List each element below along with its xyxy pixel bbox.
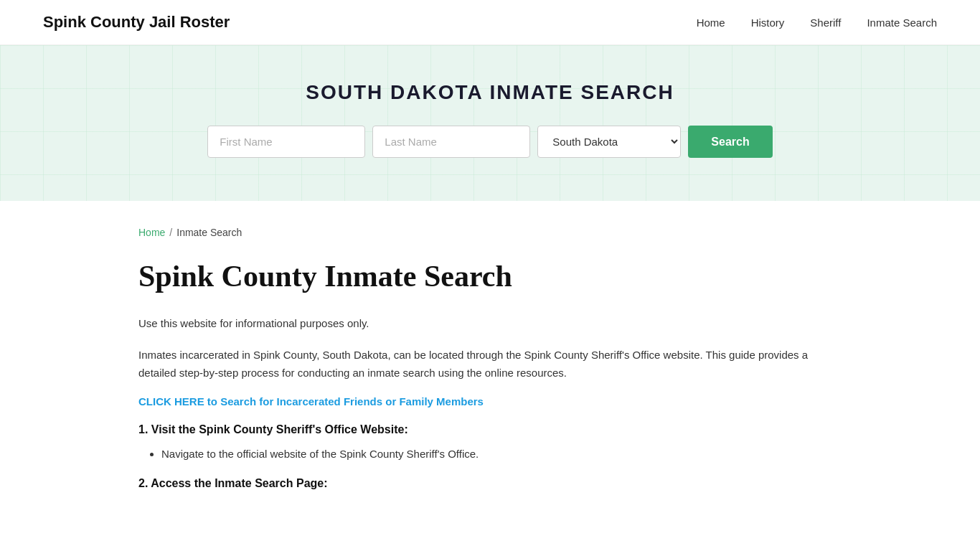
section1-bullet: Navigate to the official website of the …	[161, 445, 842, 463]
last-name-input[interactable]	[372, 126, 530, 158]
breadcrumb-current: Inmate Search	[176, 227, 242, 238]
hero-banner: SOUTH DAKOTA INMATE SEARCH AlabamaAlaska…	[0, 45, 980, 201]
intro-paragraph-2: Inmates incarcerated in Spink County, So…	[138, 346, 842, 382]
breadcrumb-separator: /	[169, 227, 172, 238]
site-nav: Home History Sheriff Inmate Search	[697, 17, 937, 29]
nav-inmate-search[interactable]: Inmate Search	[867, 17, 937, 29]
breadcrumb: Home / Inmate Search	[138, 227, 842, 238]
first-name-input[interactable]	[207, 126, 365, 158]
breadcrumb-home-link[interactable]: Home	[138, 227, 165, 238]
click-here-link[interactable]: CLICK HERE to Search for Incarcerated Fr…	[138, 395, 484, 408]
state-select[interactable]: AlabamaAlaskaArizonaArkansasCaliforniaCo…	[537, 126, 681, 158]
site-header: Spink County Jail Roster Home History Sh…	[0, 0, 980, 45]
nav-sheriff[interactable]: Sheriff	[810, 17, 841, 29]
section1-heading: 1. Visit the Spink County Sheriff's Offi…	[138, 423, 842, 436]
page-heading: Spink County Inmate Search	[138, 258, 842, 294]
section2-heading: 2. Access the Inmate Search Page:	[138, 477, 842, 490]
nav-history[interactable]: History	[751, 17, 785, 29]
search-form: AlabamaAlaskaArizonaArkansasCaliforniaCo…	[14, 126, 966, 158]
site-title: Spink County Jail Roster	[43, 13, 230, 32]
search-button[interactable]: Search	[688, 126, 772, 158]
hero-title: SOUTH DAKOTA INMATE SEARCH	[14, 81, 966, 104]
section-2: 2. Access the Inmate Search Page:	[138, 477, 842, 490]
main-content: Home / Inmate Search Spink County Inmate…	[95, 201, 885, 547]
intro-paragraph-1: Use this website for informational purpo…	[138, 314, 842, 333]
nav-home[interactable]: Home	[697, 17, 725, 29]
section-1: 1. Visit the Spink County Sheriff's Offi…	[138, 423, 842, 463]
